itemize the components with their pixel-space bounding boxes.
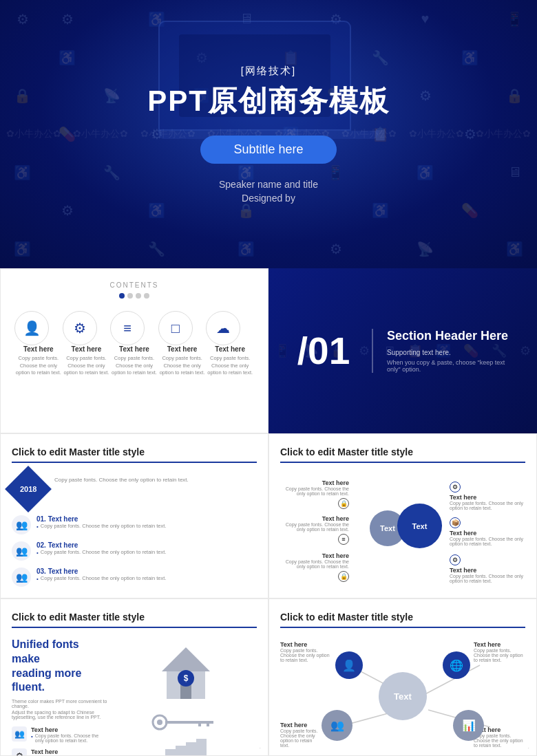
slide6-icon-2: ⚙ xyxy=(12,748,27,756)
text-master-title: Click to edit Master title style xyxy=(12,612,257,628)
item-desc-5: Copy paste fonts. Choose the only option… xyxy=(206,355,254,377)
timeline-items: 👥 01. Text here • Copy paste fonts. Choo… xyxy=(12,515,257,587)
bubble-left-3: Text here Copy paste fonts. Choose the o… xyxy=(280,552,349,582)
diamond-year: 2018 xyxy=(5,466,52,512)
bubble-left-icon-3: 🔒 xyxy=(338,571,349,582)
slide-bubble: Click to edit Master title style Text he… xyxy=(268,433,537,598)
bubble-right-3: ⚙ Text here Copy paste fonts. Choose the… xyxy=(450,552,525,583)
dot-indicators xyxy=(14,293,254,299)
svg-text:$: $ xyxy=(184,673,189,683)
slide6-sub1: Theme color makes PPT more convenient to… xyxy=(12,699,108,709)
slide6-big-text: Unified fonts make reading more fluent. xyxy=(12,638,108,695)
bubble-left-icon-2: ≡ xyxy=(338,534,349,545)
slide6-item2-title: Text here xyxy=(31,748,108,755)
contents-item-4: □ Text here Copy paste fonts. Choose the… xyxy=(158,311,207,377)
net-bubble-person: 👤 xyxy=(335,651,363,679)
dot-1 xyxy=(119,293,125,299)
dot-2 xyxy=(127,293,133,299)
hero-content: [网络技术] PPT原创商务模板 Subtitle here Speaker n… xyxy=(147,65,390,204)
svg-rect-12 xyxy=(186,742,196,756)
tl-content-3: 03. Text here • Copy paste fonts. Choose… xyxy=(36,568,166,582)
designed-by: Designed by xyxy=(147,193,390,204)
tl-content-1: 01. Text here • Copy paste fonts. Choose… xyxy=(36,515,166,530)
tl-desc-wrap-3: • Copy paste fonts. Choose the only opti… xyxy=(36,575,166,582)
bubble-right-1: ⚙ Text here Copy paste fonts. Choose the… xyxy=(450,479,525,510)
contents-label: CONTENTS xyxy=(14,281,254,289)
tl-desc-wrap-1: • Copy paste fonts. Choose the only opti… xyxy=(36,523,166,530)
item-title-5: Text here xyxy=(206,345,254,353)
slide6-content: Unified fonts make reading more fluent. … xyxy=(12,638,257,756)
item-title-1: Text here xyxy=(14,345,63,353)
bracket-text: [网络技术] xyxy=(147,65,390,78)
contents-icons: 👤 Text here Copy paste fonts. Choose the… xyxy=(14,311,254,377)
tl-title-3: 03. Text here xyxy=(36,568,166,575)
dot-3 xyxy=(136,293,141,299)
bubble-diagram: Text here Copy paste fonts. Choose the o… xyxy=(280,473,525,583)
bubble-right-icon-1: ⚙ xyxy=(450,482,461,493)
svg-rect-7 xyxy=(165,721,213,724)
item-desc-1: Copy paste fonts. Choose the only option… xyxy=(14,355,63,377)
net-bubble-globe: 🌐 xyxy=(443,651,470,679)
icon-circle-1: 👤 xyxy=(14,311,49,345)
slide-number-7: . xyxy=(527,743,529,750)
tl-icon-2: 👥 xyxy=(12,541,31,561)
slide6-icon-1: 👥 xyxy=(12,726,27,742)
svg-point-6 xyxy=(157,720,162,725)
item-title-2: Text here xyxy=(63,345,111,353)
slide-text: Click to edit Master title style Unified… xyxy=(0,598,268,756)
section-text: Section Header Here Supporting text here… xyxy=(372,329,516,373)
timeline-item-1: 👥 01. Text here • Copy paste fonts. Choo… xyxy=(12,515,257,534)
item-desc-3: Copy paste fonts. Choose the only option… xyxy=(110,355,158,377)
svg-rect-8 xyxy=(198,721,201,726)
svg-rect-11 xyxy=(176,746,186,756)
timeline-item-3: 👥 03. Text here • Copy paste fonts. Choo… xyxy=(12,568,257,587)
slide-section-header: 📱📡🔒⚙🖥📋♿💊🔧⚙ /01 Section Header Here Suppo… xyxy=(268,268,537,433)
slide-contents: CONTENTS 👤 Text here Copy paste fonts. C… xyxy=(0,268,268,433)
dot-4 xyxy=(144,293,149,299)
network-master-title: Click to edit Master title style xyxy=(280,612,525,628)
net-bubble-people: 👥 xyxy=(322,710,352,741)
section-support-text: Supporting text here. xyxy=(387,349,516,356)
subtitle-button[interactable]: Subtitle here xyxy=(200,136,336,164)
slide6-item-1: 👥 Text here • Copy paste fonts. Choose t… xyxy=(12,726,108,743)
icon-circle-2: ⚙ xyxy=(63,311,97,345)
item-desc-2: Copy paste fonts. Choose the only option… xyxy=(63,355,111,377)
steps-icon xyxy=(151,735,220,756)
section-content: /01 Section Header Here Supporting text … xyxy=(268,308,537,393)
bubble-right-icon-2: 📦 xyxy=(450,517,461,528)
tl-icon-1: 👥 xyxy=(12,515,31,534)
item-title-3: Text here xyxy=(110,345,158,353)
icon-circle-5: ☁ xyxy=(206,311,240,345)
timeline-master-title: Click to edit Master title style xyxy=(12,446,257,463)
section-header-title: Section Header Here xyxy=(387,329,516,343)
slide6-item1-title: Text here xyxy=(31,726,108,733)
contents-item-1: 👤 Text here Copy paste fonts. Choose the… xyxy=(14,311,63,377)
bubble-master-title: Click to edit Master title style xyxy=(280,446,525,463)
timeline-desc: Copy paste fonts. Choose the only option… xyxy=(54,473,189,483)
house-key-graphic: $ xyxy=(115,638,257,756)
key-icon xyxy=(151,712,220,735)
bubble-right-icon-3: ⚙ xyxy=(450,554,461,565)
icon-circle-4: □ xyxy=(158,311,193,345)
slide-network: Click to edit Master title style Text 👤 … xyxy=(268,598,537,756)
contents-item-2: ⚙ Text here Copy paste fonts. Choose the… xyxy=(63,311,111,377)
tl-icon-3: 👥 xyxy=(12,568,31,587)
speaker-name: Speaker name and title xyxy=(147,179,390,190)
bubble-center: Text xyxy=(397,504,442,548)
slide6-left: Unified fonts make reading more fluent. … xyxy=(12,638,108,756)
network-diagram: Text 👤 🌐 👥 📊 Text here Copy paste fonts.… xyxy=(280,638,525,755)
house-icon: $ xyxy=(151,644,220,709)
slide-number-6: . xyxy=(259,743,261,750)
section-number: /01 xyxy=(289,329,358,373)
timeline-item-2: 👥 02. Text here • Copy paste fonts. Choo… xyxy=(12,541,257,561)
bubble-left-1: Text here Copy paste fonts. Choose the o… xyxy=(280,479,349,509)
bubble-left-2: Text here Copy paste fonts. Choose the o… xyxy=(280,515,349,545)
svg-rect-10 xyxy=(165,749,176,756)
tl-desc-wrap-2: • Copy paste fonts. Choose the only opti… xyxy=(36,549,166,556)
tl-content-2: 02. Text here • Copy paste fonts. Choose… xyxy=(36,541,166,556)
contents-item-5: ☁ Text here Copy paste fonts. Choose the… xyxy=(206,311,254,377)
net-bubble-chart: 📊 xyxy=(453,710,484,741)
net-center-bubble: Text xyxy=(379,672,427,720)
tl-title-2: 02. Text here xyxy=(36,541,166,549)
bubble-left-icon-1: 🔒 xyxy=(338,498,349,509)
